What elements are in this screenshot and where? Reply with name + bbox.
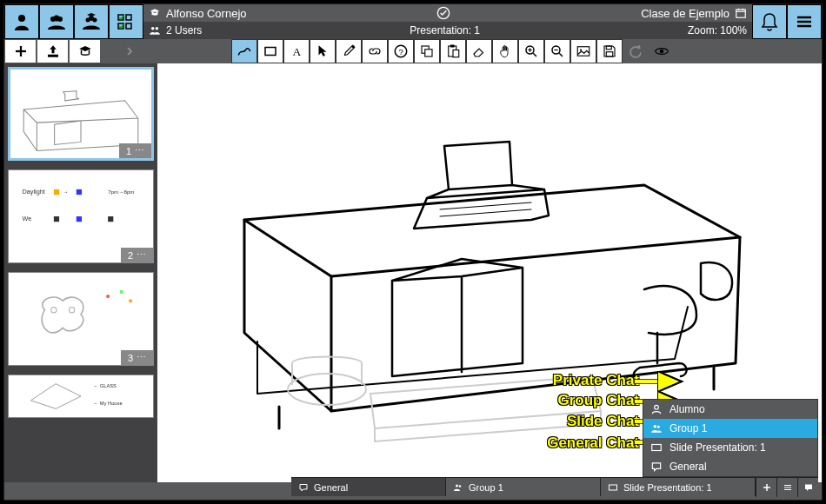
person-tab[interactable] <box>4 4 39 39</box>
svg-rect-55 <box>77 216 82 222</box>
chat-tab-general[interactable]: General <box>291 478 446 496</box>
eye-tool[interactable] <box>649 39 675 63</box>
checklist-tab[interactable] <box>109 4 143 39</box>
rect-tool[interactable] <box>257 39 283 63</box>
thumbnail-3[interactable]: 3 ⋯ <box>8 272 154 366</box>
svg-rect-82 <box>652 445 662 451</box>
svg-text:?: ? <box>398 47 403 56</box>
svg-point-16 <box>151 27 155 30</box>
svg-rect-8 <box>126 15 131 20</box>
info-bar: Alfonso Cornejo Clase de Ejemplo 2 Users… <box>143 4 752 39</box>
person-icon <box>650 403 663 415</box>
redo-tool[interactable] <box>623 39 649 63</box>
eraser-tool[interactable] <box>466 39 492 63</box>
svg-rect-12 <box>736 10 746 17</box>
help-tool[interactable]: ? <box>388 39 414 63</box>
annotation-general: General Chat <box>547 434 639 452</box>
svg-rect-54 <box>54 216 59 222</box>
svg-text:7pm→8pm: 7pm→8pm <box>108 189 134 195</box>
users-count: 2 Users <box>149 24 202 36</box>
svg-point-45 <box>660 50 664 54</box>
svg-line-35 <box>533 53 536 56</box>
pan-tool[interactable] <box>492 39 518 63</box>
chat-menu-general[interactable]: General <box>643 457 817 476</box>
svg-rect-32 <box>450 45 455 48</box>
annotation-slide: Slide Chat <box>567 413 639 430</box>
menu-button[interactable] <box>787 4 822 39</box>
eyedropper-tool[interactable] <box>336 39 362 63</box>
svg-rect-51 <box>77 189 82 195</box>
svg-rect-24 <box>265 48 276 56</box>
add-chat-button[interactable] <box>756 478 776 497</box>
toolbar: A ? <box>4 39 822 63</box>
svg-point-42 <box>580 49 582 50</box>
image-tool[interactable] <box>570 39 596 63</box>
svg-point-17 <box>156 27 159 30</box>
upload-button[interactable] <box>37 39 69 63</box>
svg-rect-33 <box>453 50 459 57</box>
svg-point-81 <box>657 426 660 428</box>
chat-tab-group1[interactable]: Group 1 <box>446 478 601 496</box>
zoom-in-tool[interactable] <box>518 39 544 63</box>
svg-text:A: A <box>293 45 302 58</box>
svg-text:← My House: ← My House <box>93 401 122 406</box>
slide-icon <box>608 482 618 493</box>
user-name: Alfonso Cornejo <box>149 7 247 20</box>
text-tool[interactable]: A <box>283 39 310 63</box>
svg-text:← GLASS: ← GLASS <box>93 383 117 388</box>
chat-menu-group1[interactable]: Group 1 <box>643 419 817 438</box>
svg-point-60 <box>106 295 110 298</box>
svg-point-3 <box>54 16 60 22</box>
add-button[interactable] <box>4 39 37 63</box>
svg-point-84 <box>459 485 462 487</box>
students-tab[interactable] <box>74 4 109 39</box>
zoom-label: Zoom: 100% <box>688 24 747 36</box>
group-tab[interactable] <box>39 4 74 39</box>
svg-text:We: We <box>23 215 32 222</box>
group-icon <box>650 422 663 434</box>
check-circle-icon <box>436 6 450 20</box>
graduation-icon <box>149 7 161 19</box>
chat-tab-slide[interactable]: Slide Presentation: 1 <box>601 478 756 496</box>
bell-button[interactable] <box>752 4 787 39</box>
chat-bubble-button[interactable] <box>797 478 818 497</box>
svg-rect-30 <box>425 50 432 56</box>
thumbnail-1[interactable]: 1 ⋯ <box>8 67 154 161</box>
annotation-private: Private Chat <box>553 372 639 389</box>
chat-list-button[interactable] <box>776 478 797 497</box>
view-tabs <box>4 4 143 39</box>
top-bar: Alfonso Cornejo Clase de Ejemplo 2 Users… <box>4 4 822 39</box>
freehand-tool[interactable] <box>231 39 257 63</box>
copy-tool[interactable] <box>414 39 440 63</box>
zoom-out-tool[interactable] <box>544 39 570 63</box>
svg-rect-10 <box>126 23 131 29</box>
pointer-tool[interactable] <box>310 39 336 63</box>
svg-point-79 <box>655 405 659 409</box>
svg-line-39 <box>559 53 563 56</box>
teacher-button[interactable] <box>69 39 101 63</box>
chat-menu: Alumno Group 1 Slide Presentation: 1 Gen… <box>643 399 818 477</box>
svg-point-26 <box>352 45 355 48</box>
thumbnail-2[interactable]: Daylight→7pm→8pmWe 2 ⋯ <box>8 169 154 263</box>
svg-point-61 <box>120 290 123 294</box>
save-tool[interactable] <box>596 39 623 63</box>
presentation-label: Presentation: 1 <box>202 24 688 36</box>
svg-rect-43 <box>606 46 611 50</box>
chat-icon <box>298 482 309 493</box>
expand-chevron[interactable] <box>101 39 157 63</box>
class-name: Clase de Ejemplo <box>641 7 747 20</box>
paste-tool[interactable] <box>440 39 466 63</box>
svg-rect-44 <box>606 52 613 56</box>
link-tool[interactable] <box>362 39 388 63</box>
svg-point-83 <box>456 484 458 487</box>
slide-icon <box>650 441 663 454</box>
svg-rect-49 <box>54 189 59 195</box>
group-icon <box>453 482 463 493</box>
thumbnail-4[interactable]: ← GLASS← My House <box>8 375 154 418</box>
chat-menu-alumno[interactable]: Alumno <box>643 400 817 419</box>
svg-rect-85 <box>610 485 617 490</box>
slide-sidebar: 1 ⋯ Daylight→7pm→8pmWe 2 ⋯ 3 ⋯ ← GLASS← … <box>4 63 157 482</box>
svg-point-80 <box>654 425 657 428</box>
chat-menu-slide[interactable]: Slide Presentation: 1 <box>643 438 817 457</box>
chat-icon <box>650 461 663 473</box>
